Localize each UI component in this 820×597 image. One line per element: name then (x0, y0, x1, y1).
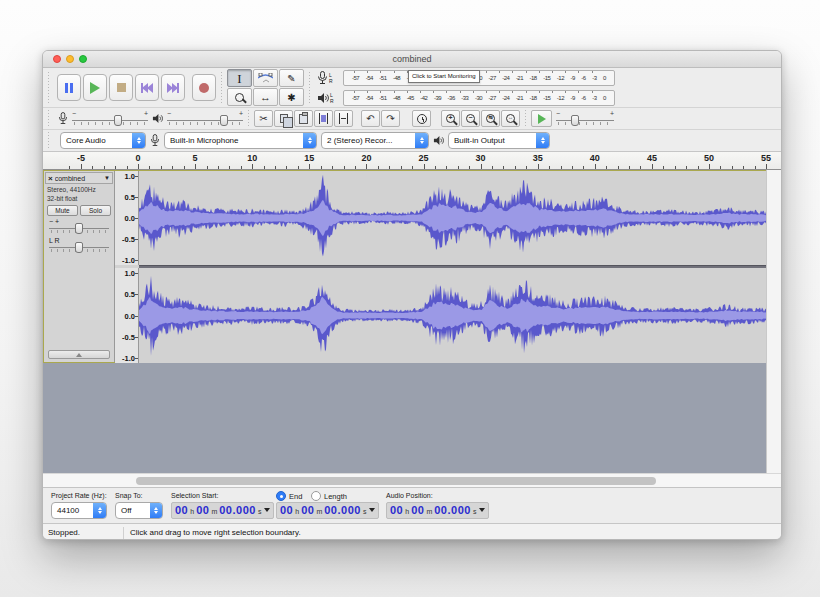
vruler-label: 0.5 (125, 290, 135, 299)
end-radio[interactable]: End (276, 491, 302, 501)
tools-toolbar-grip[interactable] (218, 72, 225, 103)
vertical-ruler-left-channel[interactable]: 1.00.50.0-0.5-1.0 (115, 171, 139, 265)
meter-db-label: -48 (393, 95, 400, 101)
vertical-ruler-right-channel[interactable]: 1.00.50.0-0.5-1.0 (115, 268, 139, 363)
monitoring-tooltip[interactable]: Click to Start Monitoring (408, 70, 480, 83)
gain-slider[interactable]: − + (49, 218, 109, 236)
ruler-label: 50 (704, 153, 714, 163)
sync-lock-button[interactable] (412, 110, 431, 127)
trim-audio-button[interactable] (314, 110, 333, 127)
minimize-window-button[interactable] (66, 55, 74, 63)
record-button[interactable] (192, 74, 216, 101)
collapse-track-button[interactable] (48, 350, 110, 359)
recording-meter[interactable]: LR -57-54-51-48-45-42-39-36-33-30-27-24-… (317, 69, 615, 87)
audio-position-timefield[interactable]: 00h 00m 00.000s (386, 502, 489, 519)
zoom-out-button[interactable]: − (461, 110, 480, 127)
skip-to-start-button[interactable] (135, 74, 159, 101)
timeshift-tool-button[interactable]: ↔ (253, 88, 278, 106)
selection-end-timefield[interactable]: 00h 00m 00.000s (276, 502, 379, 519)
playback-speed-slider[interactable]: −+ (556, 111, 614, 127)
paste-button[interactable] (294, 110, 313, 127)
audio-host-dropdown[interactable]: Core Audio (60, 132, 146, 149)
playback-meter[interactable]: LR -57-54-51-48-45-42-39-36-33-30-27-24-… (317, 89, 615, 107)
playback-speed-thumb[interactable] (571, 115, 579, 126)
recording-volume-slider[interactable]: −+ (72, 111, 148, 127)
track-format-line2: 32-bit float (47, 194, 111, 203)
envelope-tool-button[interactable] (253, 69, 278, 87)
draw-tool-button[interactable]: ✎ (279, 69, 304, 87)
fit-selection-button[interactable]: ↹ (481, 110, 500, 127)
selection-start-timefield[interactable]: 00h 00m 00.000s (171, 502, 274, 519)
copy-button[interactable] (274, 110, 293, 127)
meter-db-label: -27 (489, 75, 496, 81)
waveform-left-channel[interactable] (139, 171, 767, 265)
playback-volume-thumb[interactable] (220, 115, 228, 126)
track-control-panel: × combined ▼ Stereo, 44100Hz 32-bit floa… (44, 171, 115, 362)
waveform-right-svg (139, 268, 767, 363)
device-toolbar: Core Audio Built-in Microphone 2 (Stereo… (54, 132, 550, 149)
play-at-speed-button[interactable] (531, 110, 552, 127)
play-button[interactable] (83, 74, 107, 101)
close-track-button[interactable]: × (48, 174, 53, 183)
meter-db-label: -51 (379, 75, 386, 81)
transport-toolbar-grip[interactable] (45, 72, 52, 103)
playback-device-dropdown[interactable]: Built-in Output (448, 132, 550, 149)
timeline-ruler[interactable]: -50510152025303540455055 (43, 152, 782, 170)
multi-tool-button[interactable]: ✱ (279, 88, 304, 106)
mixer-toolbar-grip[interactable] (45, 110, 52, 127)
mute-button[interactable]: Mute (47, 205, 78, 216)
waveform-right-channel[interactable] (139, 268, 767, 363)
clock-icon (417, 114, 427, 124)
recording-channels-dropdown[interactable]: 2 (Stereo) Recor... (321, 132, 429, 149)
edit-toolbar-grip[interactable] (245, 110, 252, 127)
project-rate-dropdown[interactable]: 44100 (51, 502, 107, 519)
horizontal-scrollbar[interactable] (43, 473, 782, 487)
zoom-tool-button[interactable] (227, 88, 252, 106)
solo-button[interactable]: Solo (80, 205, 111, 216)
length-radio-dot[interactable] (311, 491, 321, 501)
horizontal-scrollbar-thumb[interactable] (136, 477, 656, 485)
silence-audio-button[interactable] (334, 110, 353, 127)
skip-to-end-button[interactable] (161, 74, 185, 101)
recording-device-dropdown[interactable]: Built-in Microphone (164, 132, 317, 149)
fit-project-button[interactable]: ↔ (501, 110, 520, 127)
vertical-scrollbar[interactable] (766, 170, 782, 473)
meter-db-label: -15 (543, 95, 550, 101)
pause-button[interactable] (57, 74, 81, 101)
device-toolbar-grip[interactable] (45, 132, 52, 149)
pan-thumb[interactable] (75, 242, 83, 253)
zoom-in-button[interactable]: + (441, 110, 460, 127)
selection-tool-button[interactable]: I (227, 69, 252, 87)
meter-db-label: -21 (516, 75, 523, 81)
timefield-caret-icon[interactable] (369, 508, 375, 515)
status-message: Click and drag to move right selection b… (130, 528, 301, 537)
stop-button[interactable] (109, 74, 133, 101)
meter-toolbar-grip[interactable] (306, 72, 313, 103)
ruler-tick (252, 164, 253, 169)
length-radio[interactable]: Length (311, 491, 347, 501)
cut-button[interactable]: ✂ (254, 110, 273, 127)
undo-button[interactable]: ↶ (361, 110, 380, 127)
gain-thumb[interactable] (75, 223, 83, 234)
pan-slider[interactable]: L R (49, 237, 109, 255)
track-name: combined (55, 175, 102, 182)
vruler-label: 1.0 (125, 172, 135, 181)
playback-volume-slider[interactable]: −+ (167, 111, 243, 127)
recording-volume-thumb[interactable] (114, 115, 122, 126)
track-menu-caret-icon[interactable]: ▼ (104, 175, 110, 181)
close-window-button[interactable] (53, 55, 61, 63)
silence-icon (339, 113, 348, 124)
waveform-display[interactable] (139, 171, 767, 362)
timefield-caret-icon[interactable] (264, 508, 270, 515)
scissors-icon: ✂ (259, 113, 267, 124)
redo-button[interactable]: ↷ (381, 110, 400, 127)
meter-db-label: -54 (366, 75, 373, 81)
timefield-caret-icon[interactable] (479, 508, 485, 515)
zoom-window-button[interactable] (79, 55, 87, 63)
snap-to-dropdown[interactable]: Off (115, 502, 163, 519)
meter-db-label: -24 (502, 75, 509, 81)
ruler-tick (515, 166, 516, 169)
transcription-toolbar-grip[interactable] (522, 110, 529, 127)
track-area[interactable]: × combined ▼ Stereo, 44100Hz 32-bit floa… (43, 170, 782, 473)
end-radio-dot[interactable] (276, 491, 286, 501)
